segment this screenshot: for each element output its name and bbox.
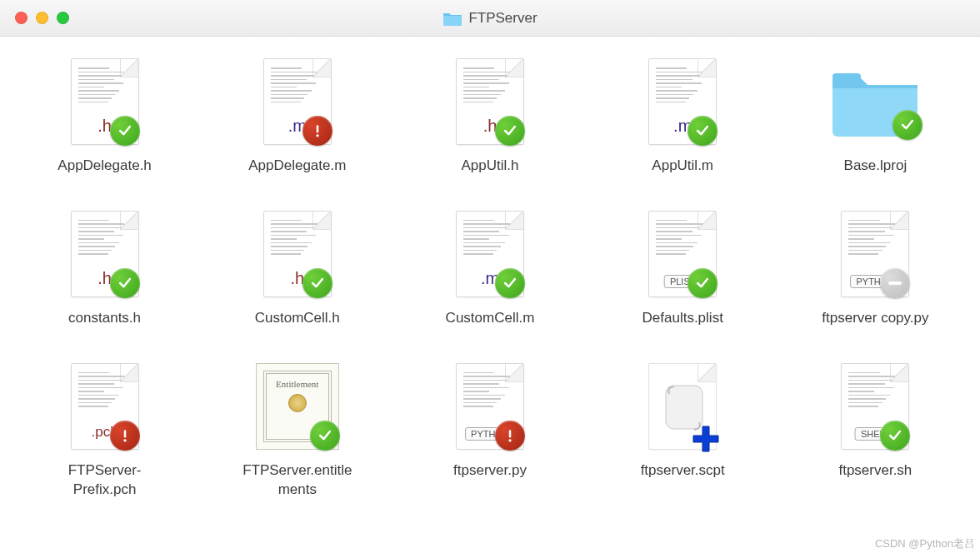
watermark: CSDN @Python老吕 (875, 536, 975, 551)
file-icon: .h (59, 55, 151, 148)
window-title-text: FTPServer (468, 10, 537, 27)
file-label: AppDelegate.m (248, 157, 346, 176)
file-icon: .m (444, 207, 536, 301)
svg-point-4 (123, 439, 126, 441)
file-label: AppUtil.m (652, 157, 713, 176)
file-label: ftpserver.py (453, 461, 527, 481)
status-alert-icon (495, 421, 525, 451)
titlebar: FTPServer (0, 0, 980, 37)
document-icon: SHELL (841, 363, 909, 450)
file-item[interactable]: PYTHONftpserver copy.py (779, 207, 972, 328)
document-icon: .h (456, 58, 524, 145)
document-icon: PYTHON (456, 363, 524, 450)
folder-icon (442, 10, 462, 27)
document-icon: PYTHON (841, 211, 909, 297)
file-label: ftpserver.scpt (641, 461, 725, 481)
file-item[interactable]: SHELLftpserver.sh (779, 360, 972, 500)
file-item[interactable]: .hCustomCell.h (201, 207, 393, 328)
document-icon: .h (71, 58, 139, 145)
file-label: AppDelegate.h (58, 157, 151, 176)
file-label: CustomCell.m (446, 309, 535, 328)
document-icon: .h (263, 211, 332, 297)
document-icon: .m (648, 58, 717, 145)
file-item[interactable]: .mAppDelegate.m (201, 55, 393, 176)
file-label: CustomCell.h (255, 309, 340, 328)
status-add-icon (691, 424, 721, 454)
file-label: FTPServer.entitle ments (242, 461, 352, 500)
file-label: constants.h (68, 309, 141, 328)
file-icon: .m (252, 55, 343, 148)
svg-rect-2 (832, 73, 861, 82)
folder-icon (829, 65, 921, 138)
fullscreen-button[interactable] (57, 12, 69, 24)
svg-rect-0 (317, 125, 319, 132)
document-icon: .m (456, 211, 524, 297)
svg-point-6 (508, 439, 511, 441)
file-icon (637, 360, 728, 453)
traffic-lights (0, 12, 69, 24)
file-icon: .h (59, 207, 151, 301)
file-item[interactable]: EntitlementFTPServer.entitle ments (201, 360, 393, 500)
status-ignored-icon (880, 268, 910, 298)
status-ok-icon (495, 268, 525, 298)
file-item[interactable]: .mCustomCell.m (393, 207, 586, 328)
file-item[interactable]: Base.lproj (779, 55, 972, 176)
file-item[interactable]: PYTHONftpserver.py (393, 360, 586, 500)
status-ok-icon (688, 116, 718, 146)
file-icon: .pch (59, 360, 151, 453)
script-icon (648, 363, 717, 450)
file-grid: .hAppDelegate.h.mAppDelegate.m.hAppUtil.… (0, 37, 980, 508)
file-label: AppUtil.h (462, 157, 519, 176)
svg-rect-3 (123, 430, 126, 437)
file-label: ftpserver copy.py (822, 309, 928, 328)
file-item[interactable]: ftpserver.scpt (587, 360, 779, 500)
file-item[interactable]: PLISTDefaults.plist (587, 207, 779, 328)
document-icon: PLIST (648, 211, 717, 297)
entitlements-icon: Entitlement (256, 363, 339, 450)
close-button[interactable] (15, 12, 28, 24)
file-label: Base.lproj (844, 157, 908, 176)
document-icon: .h (71, 211, 139, 297)
svg-rect-5 (509, 430, 512, 437)
file-item[interactable]: .mAppUtil.m (587, 55, 779, 176)
status-ok-icon (880, 421, 910, 451)
status-alert-icon (110, 421, 140, 451)
status-ok-icon (302, 268, 332, 298)
file-label: Defaults.plist (642, 309, 723, 328)
file-label: FTPServer- Prefix.pch (68, 461, 142, 500)
document-icon: .m (263, 58, 332, 145)
file-item[interactable]: .hconstants.h (8, 207, 201, 328)
file-icon (829, 55, 921, 148)
file-item[interactable]: .hAppDelegate.h (8, 55, 201, 176)
minimize-button[interactable] (36, 12, 48, 24)
file-icon: PYTHON (444, 360, 536, 453)
document-icon: .pch (71, 363, 139, 450)
file-item[interactable]: .hAppUtil.h (393, 55, 586, 176)
status-ok-icon (310, 421, 340, 451)
file-icon: PLIST (637, 207, 728, 301)
status-alert-icon (302, 116, 332, 146)
status-ok-icon (688, 268, 718, 298)
file-icon: .h (252, 207, 343, 301)
file-icon: .h (444, 55, 536, 148)
file-icon: SHELL (829, 360, 921, 453)
file-icon: Entitlement (252, 360, 343, 453)
status-ok-icon (110, 116, 140, 146)
status-ok-icon (110, 268, 140, 298)
window-title: FTPServer (442, 10, 537, 27)
file-icon: .m (637, 55, 728, 148)
file-icon: PYTHON (829, 207, 921, 301)
status-ok-icon (495, 116, 525, 146)
file-label: ftpserver.sh (838, 461, 912, 481)
svg-point-1 (316, 134, 318, 137)
file-item[interactable]: .pchFTPServer- Prefix.pch (8, 360, 201, 500)
